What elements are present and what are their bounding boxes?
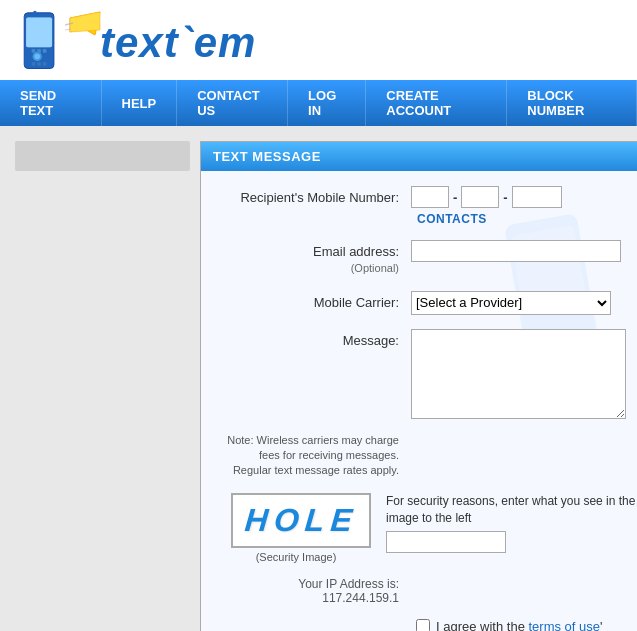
phone-line-input[interactable] [512,186,562,208]
svg-rect-8 [32,62,36,66]
phone-icon [15,10,65,75]
note-row: Note: Wireless carriers may charge fees … [221,433,637,479]
carrier-label: Mobile Carrier: [221,291,411,312]
contacts-link[interactable]: CONTACTS [417,212,487,226]
captcha-image: HOLE [231,493,371,548]
message-row: Message: [221,329,637,419]
panel-title: TEXT MESSAGE [201,142,637,171]
ip-value: 117.244.159.1 [322,591,399,605]
content-area: TEXT MESSAGE Recipient's Mobile Number: … [0,126,637,631]
captcha-instruction: For security reasons, enter what you see… [386,493,637,527]
left-sidebar [15,141,190,631]
terms-link[interactable]: terms of use [529,619,601,631]
svg-rect-6 [37,49,41,53]
phone-sep-1: - [453,190,457,205]
email-control [411,240,637,262]
ip-row: Your IP Address is: 117.244.159.1 [221,577,637,605]
main-panel: TEXT MESSAGE Recipient's Mobile Number: … [200,141,637,631]
terms-text: I agree with the terms of use' [436,619,603,631]
panel-body: Recipient's Mobile Number: - - CONTACTS … [201,171,637,631]
svg-rect-10 [43,62,47,66]
captcha-row: HOLE (Security Image) For security reaso… [221,493,637,563]
recipient-row: Recipient's Mobile Number: - - CONTACTS [221,186,637,226]
svg-rect-7 [43,49,47,53]
logo-area: text`em [15,10,256,75]
nav-log-in[interactable]: LOG IN [288,80,366,126]
envelope-icon [65,10,105,45]
carrier-control: [Select a Provider] AT&T Verizon T-Mobil… [411,291,637,315]
ip-label: Your IP Address is: 117.244.159.1 [221,577,411,605]
svg-rect-5 [32,49,36,53]
captcha-sublabel: (Security Image) [256,551,337,563]
carrier-select[interactable]: [Select a Provider] AT&T Verizon T-Mobil… [411,291,611,315]
email-row: Email address: (Optional) [221,240,637,277]
terms-row: I agree with the terms of use' [416,619,637,631]
phone-inputs: - - CONTACTS [411,186,637,226]
header: text`em [0,0,637,80]
message-control [411,329,637,419]
note-text: Note: Wireless carriers may charge fees … [221,433,411,479]
nav-create-account[interactable]: CREATE ACCOUNT [366,80,507,126]
captcha-word: HOLE [243,502,359,539]
svg-point-4 [34,54,40,60]
svg-rect-2 [26,17,52,47]
nav-send-text[interactable]: SEND TEXT [0,80,102,126]
svg-rect-9 [37,62,41,66]
terms-checkbox[interactable] [416,619,430,631]
sidebar-box-1 [15,141,190,171]
captcha-input[interactable] [386,531,506,553]
svg-marker-14 [70,12,100,32]
message-textarea[interactable] [411,329,626,419]
svg-rect-11 [34,11,37,17]
recipient-label: Recipient's Mobile Number: [221,186,411,207]
navbar: SEND TEXT HELP CONTACT US LOG IN CREATE … [0,80,637,126]
carrier-row: Mobile Carrier: [Select a Provider] AT&T… [221,291,637,315]
logo-text: text`em [100,19,256,67]
message-label: Message: [221,329,411,350]
captcha-image-area: HOLE (Security Image) [221,493,371,563]
email-input[interactable] [411,240,621,262]
nav-contact-us[interactable]: CONTACT US [177,80,288,126]
email-label: Email address: (Optional) [221,240,411,277]
nav-help[interactable]: HELP [102,80,178,126]
nav-block-number[interactable]: BLOCK NUMBER [507,80,637,126]
captcha-right: For security reasons, enter what you see… [386,493,637,554]
phone-sep-2: - [503,190,507,205]
email-optional-label: (Optional) [221,261,399,276]
phone-prefix-input[interactable] [461,186,499,208]
phone-area-input[interactable] [411,186,449,208]
